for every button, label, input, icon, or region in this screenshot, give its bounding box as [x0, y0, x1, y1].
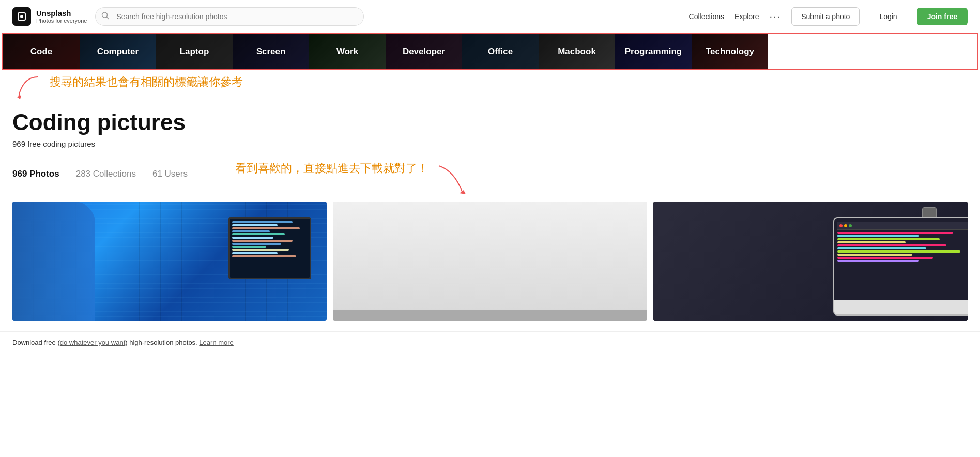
footer-text-middle: ) high-resolution photos. — [125, 339, 197, 346]
tag-item-macbook[interactable]: Macbook — [539, 34, 615, 69]
join-free-button[interactable]: Join free — [917, 8, 968, 25]
tag-strip-wrapper: CodeComputerLaptopScreenWorkDeveloperOff… — [2, 33, 978, 70]
tag-item-programming[interactable]: Programming — [615, 34, 692, 69]
photo-card-3[interactable] — [653, 202, 968, 321]
logo-tagline: Photos for everyone — [36, 18, 87, 24]
nav-collections[interactable]: Collections — [689, 12, 724, 21]
svg-marker-5 — [460, 190, 466, 194]
annotation-1: 搜尋的結果也會有相關的標籤讓你參考 — [0, 70, 980, 101]
tag-strip: CodeComputerLaptopScreenWorkDeveloperOff… — [3, 34, 977, 69]
tag-label-office: Office — [462, 34, 539, 69]
nav-explore[interactable]: Explore — [734, 12, 759, 21]
tabs-row: 969 Photos283 Collections61 Users 看到喜歡的，… — [12, 161, 968, 202]
tag-label-code: Code — [3, 34, 80, 69]
tag-item-developer[interactable]: Developer — [386, 34, 462, 69]
main-content: Coding pictures 969 free coding pictures… — [0, 109, 980, 321]
svg-line-3 — [107, 17, 109, 19]
photo-grid: code editor — [12, 202, 968, 321]
nav-more-icon[interactable]: ··· — [770, 10, 782, 22]
search-icon — [101, 11, 110, 21]
page-title: Coding pictures — [12, 109, 968, 135]
tag-item-technology[interactable]: Technology — [692, 34, 768, 69]
tag-label-programming: Programming — [615, 34, 692, 69]
tag-label-screen: Screen — [233, 34, 309, 69]
arrow-2-icon — [434, 161, 475, 202]
search-bar — [95, 7, 364, 26]
tag-label-technology: Technology — [692, 34, 768, 69]
tab-1[interactable]: 283 Collections — [76, 169, 136, 179]
laptop-display-3 — [833, 217, 968, 316]
submit-photo-button[interactable]: Submit a photo — [791, 7, 860, 26]
logo-icon — [12, 7, 31, 26]
footer-bar: Download free (do whatever you want) hig… — [0, 331, 980, 354]
footer-link-learn-more[interactable]: Learn more — [199, 339, 233, 346]
login-button[interactable]: Login — [870, 8, 906, 25]
tab-0[interactable]: 969 Photos — [12, 169, 59, 179]
photo-card-2[interactable]: code editor — [333, 202, 647, 321]
monitor-display — [228, 217, 311, 279]
logo-text: Unsplash Photos for everyone — [36, 9, 87, 24]
tag-label-computer: Computer — [80, 34, 156, 69]
annotation-2: 看到喜歡的，直接點進去下載就對了！ — [235, 161, 475, 202]
nav-links: Collections Explore ··· Submit a photo L… — [689, 7, 968, 26]
tabs: 969 Photos283 Collections61 Users — [12, 169, 204, 179]
tag-item-screen[interactable]: Screen — [233, 34, 309, 69]
photo-card-1[interactable] — [12, 202, 327, 321]
footer-text-before: Download free ( — [12, 339, 60, 346]
tag-label-developer: Developer — [386, 34, 462, 69]
tag-label-laptop: Laptop — [156, 34, 233, 69]
logo-name: Unsplash — [36, 9, 87, 18]
footer-link-license[interactable]: do whatever you want — [60, 339, 125, 346]
tag-label-macbook: Macbook — [539, 34, 615, 69]
header: Unsplash Photos for everyone Collections… — [0, 0, 980, 33]
search-input[interactable] — [95, 7, 364, 26]
tag-item-office[interactable]: Office — [462, 34, 539, 69]
tag-label-work: Work — [309, 34, 386, 69]
tag-item-code[interactable]: Code — [3, 34, 80, 69]
tag-item-laptop[interactable]: Laptop — [156, 34, 233, 69]
logo-area[interactable]: Unsplash Photos for everyone — [12, 7, 87, 26]
annotation-1-text: 搜尋的結果也會有相關的標籤讓你參考 — [50, 74, 243, 90]
photo-count-text: 969 free coding pictures — [12, 139, 968, 148]
tag-item-computer[interactable]: Computer — [80, 34, 156, 69]
arrow-1-icon — [14, 74, 45, 100]
annotation-2-text: 看到喜歡的，直接點進去下載就對了！ — [235, 161, 428, 176]
tab-2[interactable]: 61 Users — [152, 169, 188, 179]
svg-point-1 — [20, 15, 23, 18]
tag-item-work[interactable]: Work — [309, 34, 386, 69]
